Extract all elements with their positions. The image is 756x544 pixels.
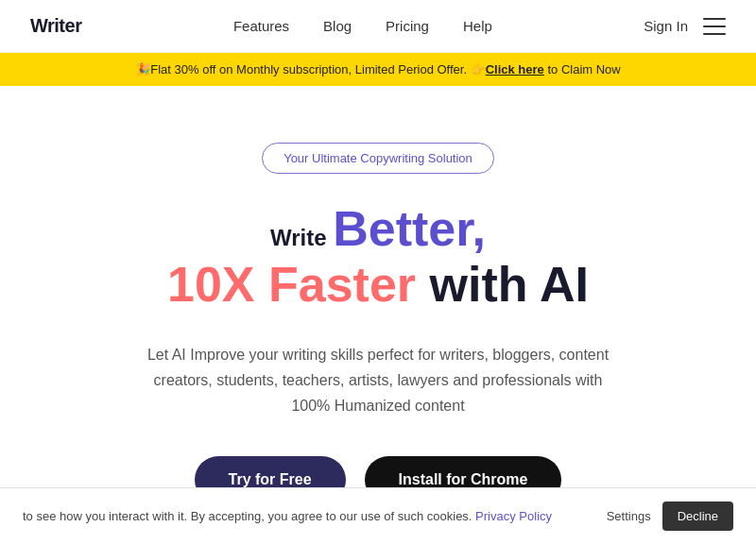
hamburger-menu-icon[interactable]: [703, 18, 726, 35]
hero-title-line1: Write Better,: [270, 200, 486, 257]
hero-section: Your Ultimate Copywriting Solution Write…: [0, 86, 756, 544]
nav-features[interactable]: Features: [233, 18, 289, 34]
cookie-actions: Settings Decline: [607, 502, 733, 531]
hero-better: Better,: [333, 201, 486, 256]
cookie-decline-button[interactable]: Decline: [662, 502, 733, 531]
hero-title-line2: 10X Faster with AI: [167, 257, 589, 314]
cookie-bar: to see how you interact with it. By acce…: [0, 487, 756, 544]
sign-in-button[interactable]: Sign In: [644, 18, 688, 34]
promo-link[interactable]: Click here: [486, 62, 544, 76]
hero-badge: Your Ultimate Copywriting Solution: [262, 143, 494, 174]
nav-blog[interactable]: Blog: [323, 18, 352, 34]
hero-10x: 10X: [167, 257, 268, 312]
nav-links: Features Blog Pricing Help: [233, 18, 492, 34]
hero-faster: Faster: [268, 257, 430, 312]
nav-help[interactable]: Help: [463, 18, 492, 34]
cookie-text: to see how you interact with it. By acce…: [23, 507, 552, 526]
privacy-policy-link[interactable]: Privacy Policy: [475, 509, 552, 523]
promo-suffix: to Claim Now: [544, 62, 621, 76]
hero-with-ai: with AI: [430, 257, 590, 312]
site-logo[interactable]: Writer: [30, 15, 81, 37]
cookie-settings-button[interactable]: Settings: [607, 509, 651, 523]
navbar: Writer Features Blog Pricing Help Sign I…: [0, 0, 756, 53]
cookie-message: to see how you interact with it. By acce…: [23, 509, 472, 523]
nav-pricing[interactable]: Pricing: [386, 18, 429, 34]
hero-write: Write: [270, 225, 333, 250]
promo-text: 🎉Flat 30% off on Monthly subscription, L…: [135, 62, 485, 76]
hero-description: Let AI Improve your writing skills perfe…: [142, 342, 614, 419]
nav-right: Sign In: [644, 18, 726, 35]
promo-banner: 🎉Flat 30% off on Monthly subscription, L…: [0, 53, 756, 86]
